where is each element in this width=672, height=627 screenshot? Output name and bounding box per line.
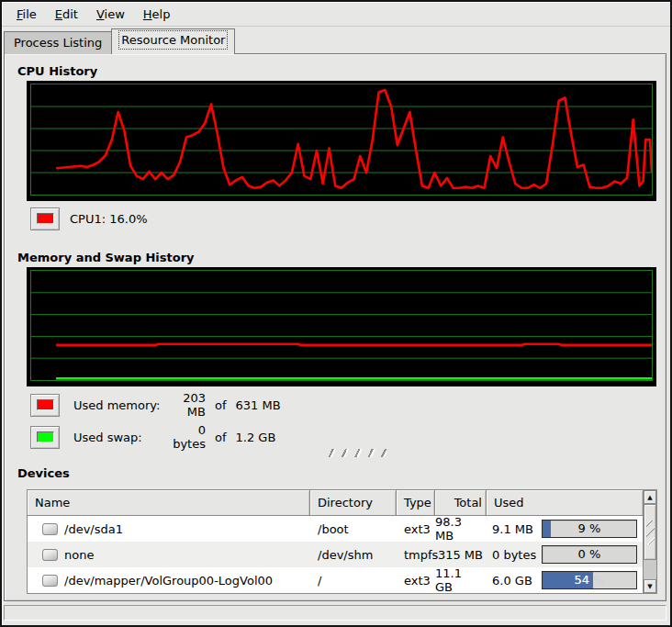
swap-color-swatch-icon [37, 431, 54, 442]
memory-of-text: of [215, 398, 227, 412]
drive-icon [42, 575, 58, 587]
device-row-sda1[interactable]: /dev/sda1 /boot ext3 98.3 MB 9.1 MB 9 % … [28, 516, 643, 542]
device-total: 11.1 GB [435, 567, 487, 593]
used-progressbar: 0 % 0 % [542, 545, 637, 564]
used-progressbar: 54 % 54 % [542, 571, 637, 589]
memory-used-value: 203 MB [162, 391, 206, 419]
header-type[interactable]: Type [397, 490, 435, 516]
drive-icon [42, 523, 58, 535]
system-monitor-window: File Edit View Help Process Listing Reso… [0, 0, 672, 627]
device-used: 6.0 GB [492, 574, 532, 588]
tab-resource-monitor-label: Resource Monitor [121, 33, 225, 47]
device-name: none [64, 548, 94, 562]
swap-total-value: 1.2 GB [236, 431, 276, 444]
device-used: 0 bytes [492, 548, 536, 562]
device-row-volgroup[interactable]: /dev/mapper/VolGroup00-LogVol00 / ext3 1… [28, 567, 643, 593]
menubar: File Edit View Help [2, 2, 670, 27]
scroll-up-icon: ▲ [647, 494, 652, 501]
header-used[interactable]: Used [487, 490, 643, 516]
device-row-none[interactable]: none /dev/shm tmpfs 315 MB 0 bytes 0 % 0… [28, 542, 643, 567]
tab-resource-monitor[interactable]: Resource Monitor [111, 28, 235, 54]
swap-legend-label: Used swap: [73, 431, 162, 444]
device-type: tmpfs [397, 542, 435, 567]
menu-edit[interactable]: Edit [46, 5, 87, 24]
device-name: /dev/sda1 [64, 522, 123, 536]
swap-legend: Used swap: 0 bytes of 1.2 GB [30, 425, 275, 449]
header-total[interactable]: Total [435, 490, 487, 516]
cpu-usage-label: CPU1: 16.0% [70, 212, 148, 226]
progressbar-label-clip: 54 % [543, 572, 593, 588]
device-name: /dev/mapper/VolGroup00-LogVol00 [64, 574, 273, 588]
resource-monitor-page: CPU History CPU1: 16.0% Memory and Swap … [4, 53, 666, 601]
drive-icon [42, 549, 58, 561]
memory-history-title: Memory and Swap History [17, 251, 195, 264]
statusbar [4, 605, 666, 621]
cpu-plot-area [30, 84, 653, 196]
progressbar-label: 9 % [543, 521, 636, 537]
pane-resize-grip[interactable] [326, 449, 386, 457]
tab-bar: Process Listing Resource Monitor [4, 28, 235, 54]
menu-view[interactable]: View [87, 5, 134, 24]
device-directory: /boot [310, 516, 397, 542]
cpu-color-button[interactable] [30, 207, 60, 230]
menu-help[interactable]: Help [134, 5, 180, 24]
swap-color-button[interactable] [30, 426, 60, 449]
tab-process-listing-label: Process Listing [14, 36, 102, 50]
progressbar-label: 0 % [543, 546, 636, 563]
memory-total-value: 631 MB [236, 398, 281, 412]
cpu-legend: CPU1: 16.0% [30, 207, 148, 230]
devices-title: Devices [17, 466, 70, 480]
memory-swap-graph [27, 267, 656, 386]
device-type: ext3 [397, 567, 435, 593]
used-progressbar: 9 % 9 % [542, 520, 637, 538]
memory-color-button[interactable] [30, 394, 60, 417]
swap-used-value: 0 bytes [162, 423, 206, 451]
cpu-line-chart [31, 84, 652, 195]
cpu-history-title: CPU History [17, 64, 97, 78]
device-directory: /dev/shm [310, 542, 397, 567]
device-type: ext3 [397, 516, 435, 542]
scrollbar-thumb[interactable] [644, 504, 656, 560]
vertical-scrollbar[interactable]: ▲ ▼ [643, 490, 656, 593]
devices-table-body: Name Directory Type Total Used /dev/sda1… [28, 490, 643, 593]
scroll-down-icon: ▼ [647, 583, 652, 590]
cpu-color-swatch-icon [37, 213, 54, 224]
memory-legend-label: Used memory: [73, 398, 162, 412]
progressbar-label-overlay: 9 % [543, 521, 551, 537]
devices-table: Name Directory Type Total Used /dev/sda1… [27, 489, 657, 594]
scroll-down-button[interactable]: ▼ [644, 579, 656, 593]
menu-file[interactable]: File [7, 5, 46, 24]
memory-plot-area [30, 270, 653, 381]
scrollbar-trough[interactable] [644, 560, 656, 579]
memory-legend: Used memory: 203 MB of 631 MB [30, 393, 281, 417]
swap-of-text: of [215, 431, 227, 444]
device-total: 98.3 MB [435, 516, 487, 542]
progressbar-label-clip: 9 % [543, 521, 551, 537]
device-directory: / [310, 567, 397, 593]
cpu-history-graph [27, 81, 656, 201]
header-directory[interactable]: Directory [310, 490, 397, 516]
tab-process-listing[interactable]: Process Listing [4, 31, 111, 54]
device-total: 315 MB [435, 542, 487, 567]
scroll-up-button[interactable]: ▲ [644, 490, 656, 504]
scrollbar-grip-icon [646, 521, 655, 544]
progressbar-label-overlay: 54 % [543, 572, 593, 588]
device-used: 9.1 MB [492, 522, 533, 536]
memory-line-chart [31, 271, 652, 380]
memory-color-swatch-icon [37, 399, 54, 410]
devices-table-header: Name Directory Type Total Used [28, 490, 643, 516]
header-name[interactable]: Name [28, 490, 310, 516]
